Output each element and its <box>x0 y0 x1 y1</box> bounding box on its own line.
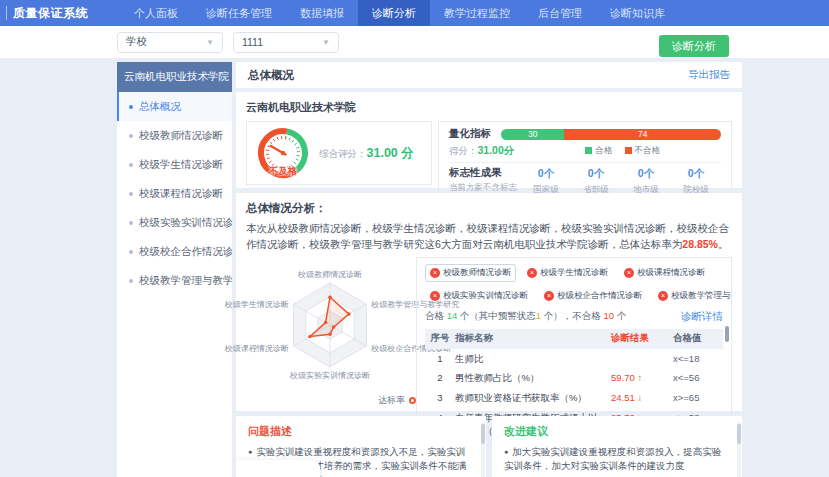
sidebar-item-2[interactable]: 校级学生情况诊断 <box>117 150 232 179</box>
nav-item-4[interactable]: 教学过程监控 <box>430 0 524 26</box>
export-report-link[interactable]: 导出报告 <box>688 68 730 82</box>
cell-result: 24.51 ↓ <box>611 392 673 403</box>
analysis-title: 总体情况分析： <box>246 201 732 216</box>
sidebar-item-label: 校级学生情况诊断 <box>139 158 223 172</box>
top-navbar: 质量保证系统 个人面板诊断任务管理数据填报诊断分析教学过程监控后台管理诊断知识库 <box>0 0 829 26</box>
bullet-icon <box>129 279 133 283</box>
bullet-icon <box>129 192 133 196</box>
cell-standard: x<=56 <box>673 372 723 383</box>
diagnosis-tag-3[interactable]: ×校级实验实训情况诊断 <box>425 287 533 305</box>
analysis-text-end: 。 <box>718 238 729 250</box>
tag-row-1: ×校级教师情况诊断×校级学生情况诊断×校级课程情况诊断 <box>425 264 723 282</box>
sidebar-item-5[interactable]: 校级校企合作情况诊断 <box>117 237 232 266</box>
tag-label: 校级课程情况诊断 <box>637 267 705 279</box>
scope-select-value: 学校 <box>126 35 147 49</box>
diagnosis-detail-link[interactable]: 诊断详情 <box>681 310 723 324</box>
tag-label: 校级校企合作情况诊断 <box>557 290 642 302</box>
scrollbar-thumb[interactable] <box>737 424 741 444</box>
sidebar-item-label: 总体概况 <box>139 100 181 114</box>
svg-text:校级教师情况诊断: 校级教师情况诊断 <box>297 270 362 279</box>
summary-row: 合格 14 个（其中预警状态1 个），不合格 10 个 诊断详情 <box>425 310 723 324</box>
analysis-card: 总体情况分析： 本次从校级教师情况诊断，校级学生情况诊断，校级课程情况诊断，校级… <box>236 193 742 411</box>
svg-text:校级学生情况诊断: 校级学生情况诊断 <box>224 300 289 309</box>
cell-no: 3 <box>425 392 455 403</box>
page: { "navbar": { "brand": "质量保证系统", "items"… <box>0 0 829 477</box>
bullet-icon <box>129 134 133 138</box>
page-title: 总体概况 <box>248 68 294 83</box>
svg-text:校级课程情况诊断: 校级课程情况诊断 <box>224 344 289 353</box>
overall-score-value: 31.00 分 <box>367 146 414 160</box>
radar-legend-marker-icon <box>409 397 416 404</box>
nav-item-6[interactable]: 诊断知识库 <box>596 0 679 26</box>
score-gauge-panel: 不及格 综合评分：31.00 分 <box>246 121 432 185</box>
suggestions-title: 改进建议 <box>504 424 730 439</box>
score-gauge-chart: 不及格 <box>255 125 311 181</box>
sidebar-item-0[interactable]: 总体概况 <box>117 92 232 121</box>
fail-badge-icon: × <box>430 268 440 278</box>
legend-fail-label: 不合格 <box>635 145 661 155</box>
scrollbar-thumb[interactable] <box>481 424 485 444</box>
problems-title: 问题描述 <box>248 424 474 439</box>
sidebar-item-3[interactable]: 校级课程情况诊断 <box>117 179 232 208</box>
achievements-title: 标志性成果 <box>449 166 521 180</box>
bullet-icon <box>129 250 133 254</box>
sidebar-item-6[interactable]: 校级教学管理与教学研究 <box>117 266 232 295</box>
chevron-down-icon: ▼ <box>206 38 214 47</box>
fail-badge-icon: × <box>624 268 634 278</box>
quant-score-label: 得分： <box>449 145 478 156</box>
sidebar-item-1[interactable]: 校级教师情况诊断 <box>117 121 232 150</box>
cell-standard: x<=18 <box>673 353 723 364</box>
sidebar-items: 总体概况校级教师情况诊断校级学生情况诊断校级课程情况诊断校级实验实训情况诊断校级… <box>117 92 232 295</box>
cell-result: 59.70 ↑ <box>611 372 673 383</box>
col-header-result: 诊断结果 <box>611 332 673 345</box>
cell-name: 男性教师占比（%） <box>455 372 611 385</box>
diagnosis-tag-5[interactable]: ×校级教学管理与教学研究 <box>653 287 732 305</box>
quant-score: 得分：31.00分 <box>449 144 514 158</box>
legend-fail-swatch <box>625 147 632 154</box>
brand-divider <box>6 6 7 20</box>
fail-badge-icon: × <box>527 268 537 278</box>
sidebar-item-label: 校级课程情况诊断 <box>139 187 223 201</box>
main-content: 总体概况 导出报告 云南机电职业技术学院 不及格 综合评分：31.00 分 量化… <box>236 62 742 477</box>
diagnosis-tag-4[interactable]: ×校级校企合作情况诊断 <box>539 287 647 305</box>
sidebar-item-label: 校级实验实训情况诊断 <box>139 216 232 230</box>
tag-label: 校级教学管理与教学研究 <box>671 290 732 302</box>
bullet-icon <box>129 105 133 109</box>
analysis-text: 本次从校级教师情况诊断，校级学生情况诊断，校级课程情况诊断，校级实验实训情况诊断… <box>246 222 729 250</box>
radar-legend: 达标率 <box>378 394 416 407</box>
problems-card: 问题描述 实验实训建设重视程度和资源投入不足，实验实训条件不能满足人才培养的需求… <box>236 416 486 477</box>
bullet-icon <box>129 221 133 225</box>
suggestions-card: 改进建议 加大实验实训建设重视程度和资源投入，提高实验实训条件，加大对实验实训条… <box>492 416 742 477</box>
table-scrollbar[interactable] <box>725 326 729 342</box>
fail-count: 10 <box>603 310 614 321</box>
nav-item-3[interactable]: 诊断分析 <box>358 0 430 26</box>
table-row-0: 1生师比x<=18 <box>425 349 723 369</box>
nav-item-0[interactable]: 个人面板 <box>120 0 192 26</box>
cell-no: 1 <box>425 353 455 364</box>
diagnosis-tag-0[interactable]: ×校级教师情况诊断 <box>425 264 516 282</box>
sidebar-item-label: 校级教师情况诊断 <box>139 129 223 143</box>
chevron-down-icon: ▼ <box>322 38 330 47</box>
sidebar-item-label: 校级校企合作情况诊断 <box>139 245 232 259</box>
cell-name: 生师比 <box>455 353 611 366</box>
divider <box>449 162 721 163</box>
cell-no: 2 <box>425 372 455 383</box>
nav-item-2[interactable]: 数据填报 <box>286 0 358 26</box>
cell-name: 教师职业资格证书获取率（%） <box>455 392 611 405</box>
quant-score-value: 31.00分 <box>478 144 515 156</box>
suggestions-bullet: 加大实验实训建设重视程度和资源投入，提高实验实训条件，加大对实验实训条件的建设力… <box>504 445 730 474</box>
achievement-count: 0个 <box>571 167 621 181</box>
pass-fail-stacked-bar: 30 74 <box>501 129 721 140</box>
plan-select[interactable]: 1111 ▼ <box>233 32 339 53</box>
diagnosis-tag-2[interactable]: ×校级课程情况诊断 <box>619 264 710 282</box>
diagnosis-tag-1[interactable]: ×校级学生情况诊断 <box>522 264 613 282</box>
sidebar-item-4[interactable]: 校级实验实训情况诊断 <box>117 208 232 237</box>
tooltip-popup <box>236 460 320 477</box>
nav-item-5[interactable]: 后台管理 <box>524 0 596 26</box>
scope-select[interactable]: 学校 ▼ <box>117 32 223 53</box>
run-diagnosis-button[interactable]: 诊断分析 <box>659 35 729 57</box>
school-name: 云南机电职业技术学院 <box>246 100 732 115</box>
gauge-verdict: 不及格 <box>255 165 311 178</box>
bullet-icon <box>129 163 133 167</box>
nav-item-1[interactable]: 诊断任务管理 <box>192 0 286 26</box>
